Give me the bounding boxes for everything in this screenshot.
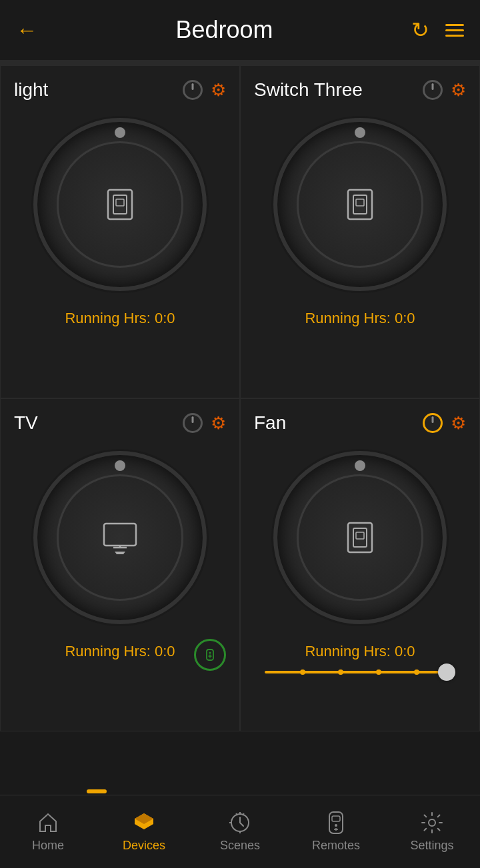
fan-slider-dots bbox=[284, 669, 436, 675]
svg-rect-2 bbox=[116, 199, 124, 206]
top-separator bbox=[0, 60, 480, 65]
toggle-fan[interactable] bbox=[423, 413, 443, 433]
nav-label-scenes: Scenes bbox=[220, 839, 260, 853]
card-controls-tv: ⚙ bbox=[183, 413, 226, 434]
light-icon bbox=[100, 185, 140, 224]
nav-item-remotes[interactable]: Remotes bbox=[288, 811, 384, 853]
dial-indicator-fan bbox=[355, 460, 365, 471]
nav-item-devices[interactable]: Devices bbox=[96, 811, 192, 853]
dial-inner-switch-three bbox=[297, 141, 423, 268]
nav-item-home[interactable]: Home bbox=[0, 811, 96, 853]
fan-dot-1 bbox=[300, 669, 305, 675]
running-hrs-switch-three: Running Hrs: 0:0 bbox=[305, 310, 415, 327]
svg-point-23 bbox=[335, 824, 337, 827]
settings-icon bbox=[420, 811, 444, 835]
back-button[interactable]: ← bbox=[16, 18, 37, 43]
device-name-switch-three: Switch Three bbox=[254, 79, 363, 101]
toggle-light[interactable] bbox=[183, 80, 203, 100]
remotes-icon bbox=[324, 811, 348, 835]
device-card-fan: Fan ⚙ Run bbox=[240, 398, 480, 731]
dial-indicator-tv bbox=[115, 460, 125, 471]
dial-indicator-switch-three bbox=[355, 127, 365, 138]
svg-rect-1 bbox=[113, 195, 127, 214]
dial-tv[interactable] bbox=[33, 451, 207, 624]
device-card-light: light ⚙ R bbox=[0, 65, 240, 398]
svg-point-11 bbox=[209, 652, 211, 654]
fan-dot-3 bbox=[376, 669, 381, 675]
nav-label-remotes: Remotes bbox=[312, 839, 360, 853]
remote-badge-tv[interactable] bbox=[194, 639, 226, 671]
settings-light[interactable]: ⚙ bbox=[211, 80, 226, 101]
dial-switch-three[interactable] bbox=[273, 118, 447, 291]
card-header-light: light ⚙ bbox=[14, 79, 226, 101]
switch-three-icon bbox=[340, 185, 380, 224]
dial-outer-tv bbox=[33, 451, 207, 624]
card-header-switch-three: Switch Three ⚙ bbox=[254, 79, 466, 101]
dial-outer-switch-three bbox=[273, 118, 447, 291]
svg-rect-14 bbox=[348, 523, 372, 552]
dial-indicator-light bbox=[115, 127, 125, 138]
svg-marker-9 bbox=[115, 552, 125, 554]
svg-rect-22 bbox=[332, 816, 340, 821]
menu-button[interactable] bbox=[445, 24, 464, 37]
dial-fan[interactable] bbox=[273, 451, 447, 624]
fan-dot-2 bbox=[338, 669, 343, 675]
device-name-fan: Fan bbox=[254, 412, 286, 434]
refresh-button[interactable]: ↻ bbox=[411, 17, 429, 43]
app-header: ← Bedroom ↻ bbox=[0, 0, 480, 60]
svg-rect-6 bbox=[104, 524, 136, 546]
card-controls-switch-three: ⚙ bbox=[423, 80, 466, 101]
svg-rect-15 bbox=[353, 528, 367, 547]
svg-rect-4 bbox=[353, 195, 367, 214]
device-name-tv: TV bbox=[14, 412, 38, 434]
card-controls-light: ⚙ bbox=[183, 80, 226, 101]
dial-light[interactable] bbox=[33, 118, 207, 291]
toggle-tv[interactable] bbox=[183, 413, 203, 433]
svg-rect-16 bbox=[356, 532, 364, 539]
running-hrs-fan: Running Hrs: 0:0 bbox=[305, 643, 415, 660]
devices-icon bbox=[132, 811, 156, 835]
fan-slider-track bbox=[265, 671, 455, 673]
nav-label-settings: Settings bbox=[410, 839, 453, 853]
settings-tv[interactable]: ⚙ bbox=[211, 413, 226, 434]
home-icon bbox=[36, 811, 60, 835]
nav-item-settings[interactable]: Settings bbox=[384, 811, 480, 853]
card-controls-fan: ⚙ bbox=[423, 413, 466, 434]
svg-rect-0 bbox=[108, 190, 132, 219]
dial-outer-light bbox=[33, 118, 207, 291]
svg-rect-5 bbox=[356, 199, 364, 206]
device-name-light: light bbox=[14, 79, 48, 101]
nav-item-scenes[interactable]: Scenes bbox=[192, 811, 288, 853]
device-grid: light ⚙ R bbox=[0, 65, 480, 731]
nav-label-devices: Devices bbox=[123, 839, 165, 853]
tv-icon bbox=[100, 520, 140, 556]
scenes-icon bbox=[228, 811, 252, 835]
device-card-switch-three: Switch Three ⚙ bbox=[240, 65, 480, 398]
svg-rect-3 bbox=[348, 190, 372, 219]
fan-slider-thumb bbox=[438, 663, 455, 681]
device-card-tv: TV ⚙ bbox=[0, 398, 240, 731]
fan-icon bbox=[340, 518, 380, 558]
toggle-switch-three[interactable] bbox=[423, 80, 443, 100]
dial-inner-tv bbox=[57, 474, 183, 601]
running-hrs-light: Running Hrs: 0:0 bbox=[65, 310, 175, 327]
fan-dot-4 bbox=[414, 669, 419, 675]
dial-inner-light bbox=[57, 141, 183, 268]
bottom-nav: Home Devices Scenes Remotes bbox=[0, 795, 480, 868]
bottom-hint-bar bbox=[87, 789, 107, 793]
dial-inner-fan bbox=[297, 474, 423, 601]
card-header-fan: Fan ⚙ bbox=[254, 412, 466, 434]
running-hrs-tv: Running Hrs: 0:0 bbox=[65, 643, 175, 660]
fan-speed-slider[interactable] bbox=[265, 671, 455, 673]
settings-fan[interactable]: ⚙ bbox=[451, 413, 466, 434]
dial-outer-fan bbox=[273, 451, 447, 624]
card-header-tv: TV ⚙ bbox=[14, 412, 226, 434]
page-title: Bedroom bbox=[175, 16, 273, 44]
settings-switch-three[interactable]: ⚙ bbox=[451, 80, 466, 101]
svg-point-26 bbox=[429, 819, 435, 826]
nav-label-home: Home bbox=[32, 839, 64, 853]
